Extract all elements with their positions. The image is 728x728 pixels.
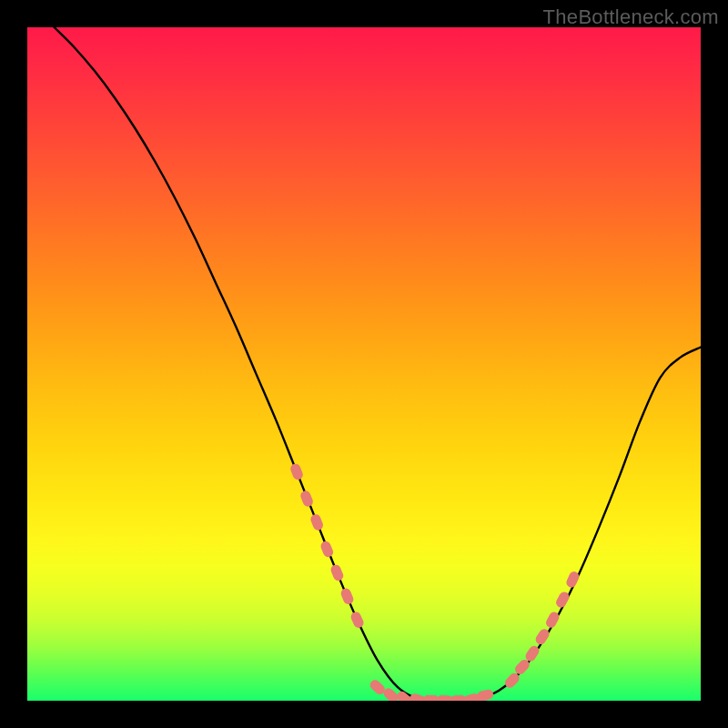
- curve-marker: [329, 563, 345, 582]
- svg-rect-7: [368, 678, 387, 696]
- svg-rect-17: [513, 658, 531, 677]
- plot-area: [27, 27, 701, 701]
- curve-marker: [349, 611, 366, 630]
- curve-marker: [409, 693, 428, 701]
- svg-rect-3: [319, 540, 335, 559]
- svg-rect-15: [476, 689, 494, 701]
- curve-marker: [523, 644, 541, 663]
- curve-marker: [565, 570, 581, 589]
- curve-overlay: [27, 27, 701, 701]
- svg-rect-11: [423, 694, 440, 701]
- svg-rect-2: [309, 513, 325, 532]
- curve-marker: [476, 689, 494, 701]
- svg-rect-21: [554, 590, 571, 609]
- svg-rect-12: [437, 695, 454, 701]
- curve-marker: [319, 540, 335, 559]
- curve-marker: [503, 671, 521, 690]
- curve-marker: [437, 695, 454, 701]
- svg-rect-13: [450, 695, 467, 701]
- svg-rect-6: [349, 611, 366, 630]
- curve-marker: [462, 693, 480, 701]
- curve-marker: [423, 694, 440, 701]
- curve-marker: [339, 587, 355, 606]
- curve-marker: [299, 490, 315, 509]
- curve-marker: [534, 627, 551, 646]
- watermark-text: TheBottleneck.com: [543, 5, 719, 29]
- curve-marker: [368, 678, 387, 696]
- svg-rect-16: [503, 671, 521, 690]
- svg-rect-22: [565, 570, 581, 589]
- svg-rect-1: [299, 490, 315, 509]
- svg-rect-0: [289, 462, 305, 481]
- curve-marker: [513, 658, 531, 677]
- svg-rect-19: [534, 627, 551, 646]
- curve-marker: [395, 690, 414, 701]
- curve-marker: [544, 611, 561, 630]
- chart-stage: TheBottleneck.com: [0, 0, 728, 728]
- svg-rect-4: [329, 563, 345, 582]
- curve-marker: [450, 695, 467, 701]
- svg-rect-18: [523, 644, 541, 663]
- svg-rect-5: [339, 587, 355, 606]
- svg-rect-14: [462, 693, 480, 701]
- curve-marker: [289, 462, 305, 481]
- svg-rect-20: [544, 611, 561, 630]
- curve-marker: [381, 686, 400, 701]
- svg-rect-10: [409, 693, 428, 701]
- curve-marker: [554, 590, 571, 609]
- svg-rect-8: [381, 686, 400, 701]
- svg-rect-9: [395, 690, 414, 701]
- curve-marker: [309, 513, 325, 532]
- bottleneck-curve: [55, 27, 701, 701]
